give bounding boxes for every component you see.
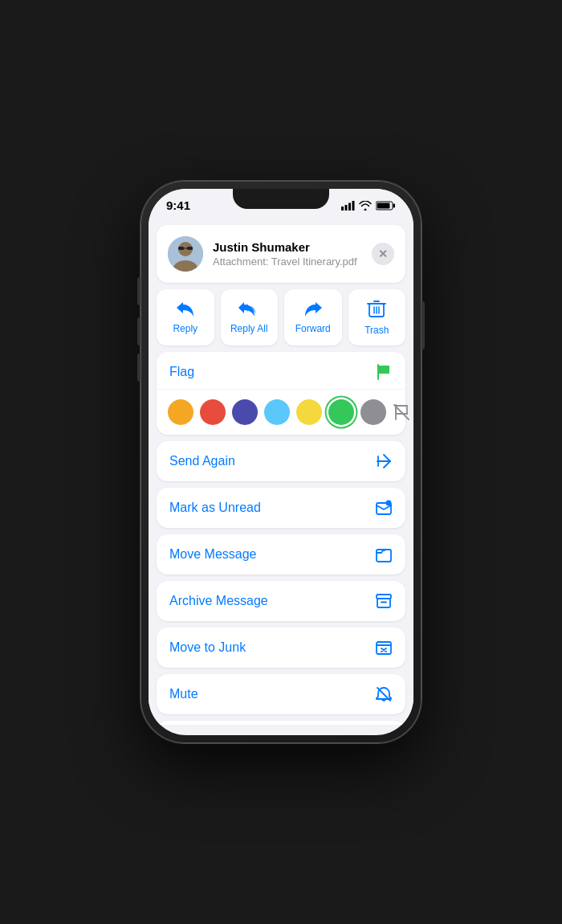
trash-label: Trash [364, 325, 389, 336]
reply-all-icon [237, 299, 261, 318]
junk-item[interactable]: Move to Junk [157, 628, 405, 668]
no-flag-button[interactable] [393, 400, 410, 424]
reply-label: Reply [173, 323, 198, 334]
svg-rect-6 [377, 202, 390, 208]
mark-unread-icon [375, 499, 393, 517]
mute-item[interactable]: Mute [157, 674, 405, 714]
trash-button[interactable]: Trash [348, 289, 406, 345]
mark-unread-label: Mark as Unread [169, 501, 261, 515]
signal-icon [341, 201, 355, 211]
flag-label: Flag [169, 365, 194, 379]
svg-rect-24 [377, 550, 391, 562]
send-again-section: Send Again [157, 441, 405, 481]
archive-item[interactable]: Archive Message [157, 581, 405, 621]
move-message-label: Move Message [169, 547, 257, 562]
send-again-item[interactable]: Send Again [157, 441, 405, 481]
junk-icon [375, 639, 393, 656]
reply-button[interactable]: Reply [157, 289, 214, 345]
svg-rect-11 [187, 247, 193, 250]
reply-all-label: Reply All [230, 323, 268, 334]
color-dot-green[interactable] [328, 399, 354, 425]
forward-label: Forward [295, 323, 331, 334]
send-again-icon [375, 452, 393, 470]
archive-icon [375, 592, 393, 610]
archive-section: Archive Message [157, 581, 405, 621]
svg-rect-1 [345, 205, 348, 211]
svg-rect-0 [341, 206, 344, 211]
status-icons [341, 201, 396, 211]
svg-rect-10 [178, 247, 184, 250]
move-message-icon [375, 546, 393, 563]
notify-item[interactable]: Notify Me [157, 721, 405, 725]
screen-content: Justin Shumaker Attachment: Travel Itine… [149, 219, 413, 725]
reply-icon [174, 299, 197, 318]
svg-rect-5 [393, 203, 396, 207]
forward-icon [302, 299, 324, 318]
notify-section: Notify Me [157, 721, 405, 725]
svg-rect-3 [352, 201, 355, 211]
color-dot-orange[interactable] [168, 399, 193, 425]
mark-unread-item[interactable]: Mark as Unread [157, 488, 405, 528]
header-card: Justin Shumaker Attachment: Travel Itine… [157, 225, 405, 283]
archive-label: Archive Message [169, 594, 268, 608]
avatar-image [168, 236, 203, 272]
move-message-item[interactable]: Move Message [157, 534, 405, 574]
svg-rect-26 [377, 599, 390, 607]
color-dots-row [157, 390, 405, 435]
no-flag-icon [393, 403, 410, 421]
battery-icon [376, 201, 396, 211]
sender-name: Justin Shumaker [213, 240, 362, 254]
junk-label: Move to Junk [169, 640, 246, 655]
mute-label: Mute [169, 687, 198, 701]
color-dot-cyan[interactable] [264, 399, 290, 425]
color-dot-purple[interactable] [232, 399, 258, 425]
svg-rect-28 [377, 642, 391, 654]
attachment-text: Attachment: Travel Itinerary.pdf [213, 256, 362, 268]
move-message-section: Move Message [157, 534, 405, 574]
flag-green-icon [375, 363, 393, 381]
wifi-icon [359, 201, 372, 211]
header-text: Justin Shumaker Attachment: Travel Itine… [213, 240, 362, 268]
mute-section: Mute [157, 674, 405, 714]
reply-all-button[interactable]: Reply All [221, 289, 279, 345]
svg-rect-2 [348, 202, 351, 211]
trash-icon [367, 299, 386, 320]
color-dot-yellow[interactable] [296, 399, 322, 425]
flag-section: Flag [157, 352, 405, 435]
mark-unread-section: Mark as Unread [157, 488, 405, 528]
send-again-label: Send Again [169, 454, 235, 468]
phone-frame: 9:41 [140, 181, 422, 743]
color-dot-gray[interactable] [360, 399, 386, 425]
phone-screen: 9:41 [149, 189, 413, 735]
color-dot-red[interactable] [200, 399, 226, 425]
mute-icon [375, 685, 393, 703]
svg-point-23 [386, 501, 392, 506]
action-buttons-grid: Reply Reply All Forward [157, 289, 405, 345]
avatar [168, 236, 203, 272]
close-button[interactable]: ✕ [372, 243, 394, 265]
status-time: 9:41 [166, 198, 190, 212]
notch [233, 189, 329, 209]
forward-button[interactable]: Forward [284, 289, 342, 345]
flag-row: Flag [157, 352, 405, 390]
close-icon: ✕ [378, 247, 388, 260]
junk-section: Move to Junk [157, 628, 405, 668]
